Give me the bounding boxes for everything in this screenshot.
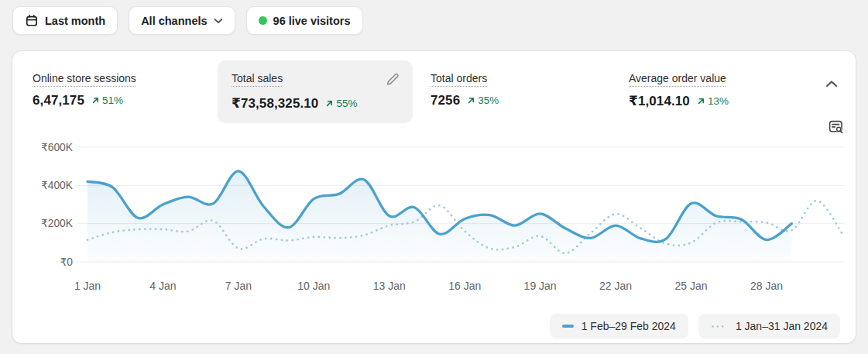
svg-text:28 Jan: 28 Jan	[750, 280, 783, 292]
metric-delta: 51%	[91, 95, 123, 106]
metric-delta-value: 13%	[708, 95, 729, 107]
metric-value: 6,47,175	[33, 93, 84, 108]
pencil-icon	[386, 73, 399, 86]
live-visitors-dot	[259, 16, 267, 25]
edit-metric-button[interactable]	[384, 71, 400, 88]
solid-line-swatch	[562, 325, 574, 328]
sales-line-chart[interactable]: ₹0₹200K₹400K₹600K1 Jan4 Jan7 Jan10 Jan13…	[12, 143, 856, 297]
svg-text:1 Jan: 1 Jan	[74, 280, 101, 292]
svg-text:₹200K: ₹200K	[41, 218, 74, 229]
chevron-up-icon	[825, 81, 838, 88]
svg-text:22 Jan: 22 Jan	[599, 280, 632, 292]
metric-delta: 13%	[697, 95, 729, 107]
svg-text:25 Jan: 25 Jan	[674, 280, 707, 292]
metric-delta-value: 55%	[336, 98, 357, 109]
arrow-up-right-icon	[467, 96, 475, 105]
chart-legend: 1 Feb–29 Feb 2024 1 Jan–31 Jan 2024	[550, 314, 840, 339]
magnifier-document-icon	[829, 119, 845, 136]
dotted-line-swatch	[711, 325, 728, 328]
svg-text:13 Jan: 13 Jan	[373, 280, 406, 292]
metric-value: 7256	[431, 93, 460, 108]
channels-dropdown[interactable]: All channels	[129, 6, 235, 35]
date-range-label: Last month	[45, 15, 105, 27]
metric-delta-value: 35%	[478, 95, 499, 106]
channels-label: All channels	[141, 15, 207, 27]
metric-label[interactable]: Average order value	[629, 71, 726, 85]
analytics-card: Online store sessions 6,47,175 51% Total…	[12, 51, 856, 343]
metric-label[interactable]: Online store sessions	[33, 71, 136, 85]
svg-text:16 Jan: 16 Jan	[448, 280, 481, 292]
legend-label: 1 Feb–29 Feb 2024	[582, 320, 676, 332]
metric-value: ₹1,014.10	[629, 93, 690, 109]
metric-total-sales[interactable]: Total sales ₹73,58,325.10 55%	[218, 60, 413, 123]
svg-text:₹600K: ₹600K	[41, 143, 74, 153]
metric-total-orders[interactable]: Total orders 7256 35%	[431, 71, 499, 108]
live-visitors-button[interactable]: 96 live visitors	[246, 6, 363, 35]
collapse-card-button[interactable]	[824, 79, 839, 89]
live-visitors-label: 96 live visitors	[273, 15, 351, 27]
arrow-up-right-icon	[91, 96, 100, 105]
svg-text:₹0: ₹0	[60, 256, 74, 268]
arrow-up-right-icon	[325, 99, 334, 108]
svg-text:7 Jan: 7 Jan	[225, 280, 252, 292]
metric-delta-value: 51%	[102, 95, 123, 106]
metric-average-order-value[interactable]: Average order value ₹1,014.10 13%	[629, 71, 729, 109]
svg-text:10 Jan: 10 Jan	[297, 280, 330, 292]
svg-text:19 Jan: 19 Jan	[524, 280, 557, 292]
inspect-report-button[interactable]	[827, 118, 846, 137]
svg-text:₹400K: ₹400K	[41, 180, 74, 191]
chevron-down-icon	[214, 18, 223, 24]
metric-label[interactable]: Total sales	[232, 71, 283, 85]
calendar-icon	[25, 14, 39, 28]
metric-label[interactable]: Total orders	[431, 71, 487, 85]
metric-online-store-sessions[interactable]: Online store sessions 6,47,175 51%	[33, 71, 136, 108]
metric-delta: 55%	[325, 98, 357, 109]
metric-delta: 35%	[467, 95, 499, 106]
legend-label: 1 Jan–31 Jan 2024	[736, 320, 828, 332]
legend-item-previous-period[interactable]: 1 Jan–31 Jan 2024	[698, 314, 840, 339]
toolbar: Last month All channels 96 live visitors	[12, 6, 363, 35]
svg-text:4 Jan: 4 Jan	[149, 280, 176, 292]
arrow-up-right-icon	[697, 97, 705, 105]
date-range-button[interactable]: Last month	[12, 6, 118, 35]
metric-value: ₹73,58,325.10	[232, 95, 318, 112]
legend-item-current-period[interactable]: 1 Feb–29 Feb 2024	[550, 314, 688, 339]
